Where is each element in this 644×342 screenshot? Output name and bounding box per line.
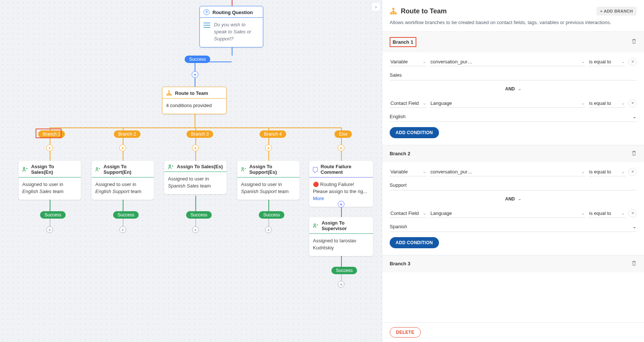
condition-value-input[interactable]: English⌄	[390, 109, 637, 122]
condition-row: Contact Field⌄Language⌄is equal to⌄✕	[390, 205, 637, 219]
add-node-button[interactable]: +	[46, 145, 53, 151]
condition-value-input[interactable]: Support	[390, 178, 637, 190]
pill-branch-4[interactable]: Branch 4	[260, 130, 286, 138]
chevron-down-icon: ⌄	[423, 59, 426, 64]
chevron-right-icon: ›	[375, 4, 377, 10]
add-branch-button[interactable]: + ADD BRANCH	[597, 7, 637, 16]
node-title: Assign To Support(Es)	[249, 164, 296, 175]
add-node-button[interactable]: +	[338, 201, 344, 207]
node-title: Assign To Sales(En)	[31, 164, 77, 175]
add-node-button[interactable]: +	[192, 226, 199, 233]
branch-header[interactable]: Branch 1	[382, 32, 644, 52]
node-route-failure-comment[interactable]: Route Failure Comment 🔴 Routing Failure!…	[309, 161, 373, 207]
remove-condition-button[interactable]: ✕	[628, 209, 637, 218]
connector	[232, 0, 232, 6]
branch-body: Variable⌄conversation_pur…⌄is equal to⌄✕…	[382, 52, 644, 145]
collapse-panel-button[interactable]: ›	[371, 2, 380, 11]
node-assign-supervisor[interactable]: Assign To Supervisor Assigned to Iarosla…	[309, 217, 373, 256]
branch-name: Branch 1	[390, 37, 416, 47]
condition-value-input[interactable]: Spanish⌄	[390, 219, 637, 232]
add-node-button[interactable]: +	[265, 145, 272, 151]
chevron-down-icon: ⌄	[621, 59, 625, 64]
field-value-dropdown[interactable]: conversation_pur…⌄	[430, 167, 585, 176]
operator-dropdown[interactable]: is equal to⌄	[588, 57, 625, 66]
operator-dropdown[interactable]: is equal to⌄	[588, 99, 625, 108]
assign-icon	[95, 167, 100, 172]
node-body: Assigned to user in English Sales team	[19, 177, 81, 200]
connector	[268, 218, 269, 226]
node-title: Route Failure Comment	[321, 164, 369, 175]
node-assign-support-en[interactable]: Assign To Support(En) Assigned to user i…	[92, 161, 154, 200]
node-routing-question[interactable]: ?Routing Question Do you wish to speak t…	[199, 6, 263, 47]
chevron-down-icon: ⌄	[423, 101, 426, 106]
trash-icon[interactable]	[631, 260, 637, 267]
pill-else[interactable]: Else	[334, 130, 352, 138]
operator-dropdown[interactable]: is equal to⌄	[588, 167, 625, 176]
add-node-button[interactable]: +	[338, 281, 344, 288]
remove-condition-button[interactable]: ✕	[628, 99, 637, 107]
field-value-dropdown[interactable]: conversation_pur…⌄	[430, 57, 585, 66]
node-body: Assigned to Iaroslav Kudritskiy	[309, 234, 373, 256]
node-title: Assign To Supervisor	[321, 220, 369, 231]
delete-button[interactable]: DELETE	[390, 327, 421, 338]
trash-icon[interactable]	[631, 39, 637, 45]
add-node-button[interactable]: +	[265, 226, 272, 233]
add-node-button[interactable]: +	[119, 145, 126, 151]
branch-header[interactable]: Branch 2	[382, 145, 644, 162]
pill-success-top: Success	[185, 56, 210, 63]
field-type-dropdown[interactable]: Contact Field⌄	[390, 209, 427, 218]
node-assign-sales-en[interactable]: Assign To Sales(En) Assigned to user in …	[19, 161, 81, 200]
chevron-down-icon: ⌄	[518, 86, 521, 91]
add-node-button[interactable]: +	[192, 71, 198, 78]
svg-point-5	[96, 167, 98, 169]
add-condition-button[interactable]: ADD CONDITION	[390, 237, 439, 248]
node-title: Route to Team	[175, 90, 208, 96]
field-type-dropdown[interactable]: Variable⌄	[390, 57, 427, 66]
panel-description: Allows workflow branches to be created b…	[382, 16, 644, 31]
node-assign-support-es[interactable]: Assign To Support(Es) Assigned to user i…	[237, 161, 300, 200]
chevron-down-icon: ⌄	[581, 211, 585, 216]
add-condition-button[interactable]: ADD CONDITION	[390, 127, 439, 138]
and-or-dropdown[interactable]: AND⌄	[390, 80, 637, 95]
trash-icon[interactable]	[631, 150, 637, 157]
chevron-down-icon: ⌄	[518, 196, 521, 201]
node-body: Do you wish to speak to Sales or Support…	[214, 21, 259, 43]
condition-row: Contact Field⌄Language⌄is equal to⌄✕	[390, 95, 637, 109]
svg-point-6	[169, 165, 171, 166]
add-node-button[interactable]: +	[119, 226, 126, 233]
chevron-down-icon: ⌄	[621, 169, 625, 174]
pill-branch-3[interactable]: Branch 3	[186, 130, 213, 138]
field-value-dropdown[interactable]: Language⌄	[430, 99, 585, 108]
branch-header[interactable]: Branch 3	[382, 255, 644, 272]
operator-dropdown[interactable]: is equal to⌄	[588, 209, 625, 218]
assign-icon	[241, 167, 246, 172]
pill-branch-2[interactable]: Branch 2	[114, 130, 141, 138]
node-assign-sales-es[interactable]: Assign To Sales(Es) Assigned to user in …	[164, 161, 227, 194]
add-node-button[interactable]: +	[46, 226, 53, 233]
branch-block: Branch 1Variable⌄conversation_pur…⌄is eq…	[382, 31, 644, 145]
chevron-down-icon: ⌄	[581, 59, 585, 64]
svg-point-4	[23, 167, 25, 169]
branch-body: Variable⌄conversation_pur…⌄is equal to⌄✕…	[382, 162, 644, 255]
condition-value-input[interactable]: Sales	[390, 68, 637, 80]
pill-success: Success	[186, 211, 212, 219]
node-route-to-team[interactable]: Route to Team 4 conditions provided	[162, 87, 227, 114]
and-or-dropdown[interactable]: AND⌄	[390, 190, 637, 205]
pill-success: Success	[40, 211, 66, 219]
svg-point-12	[395, 13, 396, 14]
field-value-dropdown[interactable]: Language⌄	[430, 209, 585, 218]
workflow-canvas[interactable]: › ?Routing Question Do you wish to speak…	[0, 0, 382, 342]
condition-row: Variable⌄conversation_pur…⌄is equal to⌄✕	[390, 54, 637, 68]
branch-icon	[390, 7, 397, 15]
add-node-button[interactable]: +	[338, 145, 344, 151]
remove-condition-button[interactable]: ✕	[628, 58, 637, 66]
field-type-dropdown[interactable]: Contact Field⌄	[390, 99, 427, 108]
branch1-highlight	[36, 129, 62, 138]
add-node-button[interactable]: +	[192, 145, 199, 151]
field-type-dropdown[interactable]: Variable⌄	[390, 167, 427, 176]
node-body: 4 conditions provided	[166, 103, 212, 108]
svg-point-11	[393, 13, 394, 14]
more-link[interactable]: More	[313, 196, 324, 201]
remove-condition-button[interactable]: ✕	[628, 168, 637, 176]
chevron-down-icon: ⌄	[621, 101, 625, 106]
